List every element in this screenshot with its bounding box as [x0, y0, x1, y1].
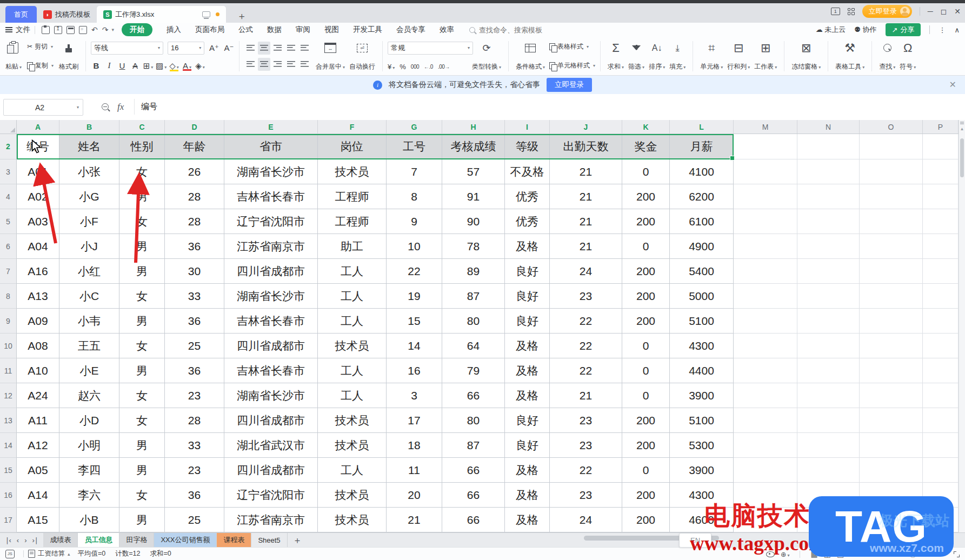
name-box-dropdown-icon[interactable]: ▾: [77, 105, 79, 110]
cell-E11[interactable]: 吉林省长春市: [224, 358, 318, 383]
save-icon[interactable]: [42, 26, 50, 34]
cell-L3[interactable]: 4100: [670, 159, 734, 184]
row-header-7[interactable]: 7: [0, 259, 17, 284]
name-box[interactable]: A2 ▾: [3, 99, 83, 116]
cell-M10[interactable]: [734, 334, 797, 358]
add-sheet-button[interactable]: ＋: [288, 533, 308, 547]
cell-N4[interactable]: [797, 184, 860, 209]
cell-H10[interactable]: 64: [442, 334, 505, 358]
rows-cols-button[interactable]: ⊟ 行和列▾: [725, 40, 752, 72]
cell-C7[interactable]: 男: [119, 259, 165, 284]
font-size-select[interactable]: 16▾: [168, 42, 204, 55]
cell-J6[interactable]: 21: [550, 234, 622, 259]
cell-M2[interactable]: [734, 134, 797, 159]
cell-H15[interactable]: 66: [442, 458, 505, 483]
cell-P11[interactable]: [923, 358, 959, 383]
cell-C2[interactable]: 性别: [119, 134, 165, 159]
cell-N7[interactable]: [797, 259, 860, 284]
row-header-9[interactable]: 9: [0, 309, 17, 334]
next-sheet-button[interactable]: ›: [24, 536, 26, 544]
distribute-button[interactable]: [298, 58, 311, 71]
cell-P10[interactable]: [923, 334, 959, 358]
cell-C13[interactable]: 女: [119, 408, 165, 433]
column-header-M[interactable]: M: [734, 120, 797, 134]
cell-C14[interactable]: 男: [119, 433, 165, 458]
table-tools-button[interactable]: ⚒ 表格工具▾: [833, 40, 867, 72]
row-header-13[interactable]: 13: [0, 408, 17, 433]
share-button[interactable]: ↗分享: [886, 23, 921, 36]
cloud-status[interactable]: ☁ 未上云: [816, 25, 846, 35]
cell-K5[interactable]: 200: [622, 209, 670, 234]
cell-J15[interactable]: 22: [550, 458, 622, 483]
cell-F5[interactable]: 工程师: [318, 209, 387, 234]
cell-P12[interactable]: [923, 383, 959, 408]
cell-G7[interactable]: 22: [387, 259, 442, 284]
login-button[interactable]: 立即登录: [862, 5, 912, 18]
cell-D14[interactable]: 33: [165, 433, 224, 458]
cell-E15[interactable]: 四川省成都市: [224, 458, 318, 483]
cell-I6[interactable]: 及格: [505, 234, 550, 259]
cell-E17[interactable]: 江苏省南京市: [224, 508, 318, 532]
row-header-17[interactable]: 17: [0, 508, 17, 532]
cell-E8[interactable]: 湖南省长沙市: [224, 284, 318, 309]
cell-F13[interactable]: 技术员: [318, 408, 387, 433]
cell-K14[interactable]: 200: [622, 433, 670, 458]
cell-O4[interactable]: [860, 184, 923, 209]
print-icon[interactable]: [66, 26, 75, 34]
sum-button[interactable]: Σ 求和▾: [605, 40, 626, 72]
column-header-P[interactable]: P: [923, 120, 959, 134]
cell-D13[interactable]: 28: [165, 408, 224, 433]
column-header-N[interactable]: N: [797, 120, 860, 134]
cell-F4[interactable]: 工程师: [318, 184, 387, 209]
cell-D9[interactable]: 36: [165, 309, 224, 334]
cell-G12[interactable]: 3: [387, 383, 442, 408]
undo-icon[interactable]: ↶: [89, 25, 100, 34]
cell-I12[interactable]: 及格: [505, 383, 550, 408]
cell-K16[interactable]: 200: [622, 483, 670, 508]
prev-sheet-button[interactable]: ‹: [17, 536, 19, 544]
cell-N9[interactable]: [797, 309, 860, 334]
cell-N5[interactable]: [797, 209, 860, 234]
cell-J9[interactable]: 22: [550, 309, 622, 334]
column-header-B[interactable]: B: [59, 120, 119, 134]
cell-C5[interactable]: 女: [119, 209, 165, 234]
cell-G9[interactable]: 15: [387, 309, 442, 334]
borders-button[interactable]: ⊞▾: [143, 61, 154, 71]
last-sheet-button[interactable]: ›∣: [32, 536, 38, 544]
cell-A12[interactable]: A24: [17, 383, 59, 408]
cell-M7[interactable]: [734, 259, 797, 284]
tab-home[interactable]: 首页: [5, 6, 37, 23]
cell-A11[interactable]: A10: [17, 358, 59, 383]
column-header-F[interactable]: F: [318, 120, 387, 134]
cell-E4[interactable]: 吉林省长春市: [224, 184, 318, 209]
cell-B12[interactable]: 赵六: [59, 383, 119, 408]
cell-E3[interactable]: 湖南省长沙市: [224, 159, 318, 184]
fullscreen-icon[interactable]: [954, 551, 960, 557]
symbol-button[interactable]: Ω 符号▾: [897, 40, 918, 72]
more-options-icon[interactable]: ⋮: [939, 26, 946, 34]
cell-L5[interactable]: 6100: [670, 209, 734, 234]
column-header-E[interactable]: E: [224, 120, 318, 134]
cell-N15[interactable]: [797, 458, 860, 483]
cell-I7[interactable]: 良好: [505, 259, 550, 284]
cell-D10[interactable]: 25: [165, 334, 224, 358]
cell-A14[interactable]: A12: [17, 433, 59, 458]
clear-format-button[interactable]: ◈▾: [195, 61, 205, 71]
cell-B5[interactable]: 小F: [59, 209, 119, 234]
align-center-button[interactable]: [258, 58, 270, 71]
cell-L6[interactable]: 4900: [670, 234, 734, 259]
vertical-scroll-thumb[interactable]: [960, 138, 964, 177]
collapse-ribbon-icon[interactable]: ∧: [954, 26, 960, 34]
cell-P6[interactable]: [923, 234, 959, 259]
cell-I3[interactable]: 不及格: [505, 159, 550, 184]
bold-button[interactable]: B: [91, 61, 102, 70]
cell-J12[interactable]: 21: [550, 383, 622, 408]
cell-N11[interactable]: [797, 358, 860, 383]
cell-P4[interactable]: [923, 184, 959, 209]
cell-A10[interactable]: A08: [17, 334, 59, 358]
row-header-12[interactable]: 12: [0, 383, 17, 408]
tab-templates[interactable]: ◗ 找稿壳模板: [37, 6, 97, 23]
sheet-tab-XXX公司销售额[interactable]: XXX公司销售额: [154, 533, 217, 547]
cell-C16[interactable]: 女: [119, 483, 165, 508]
cell-P9[interactable]: [923, 309, 959, 334]
